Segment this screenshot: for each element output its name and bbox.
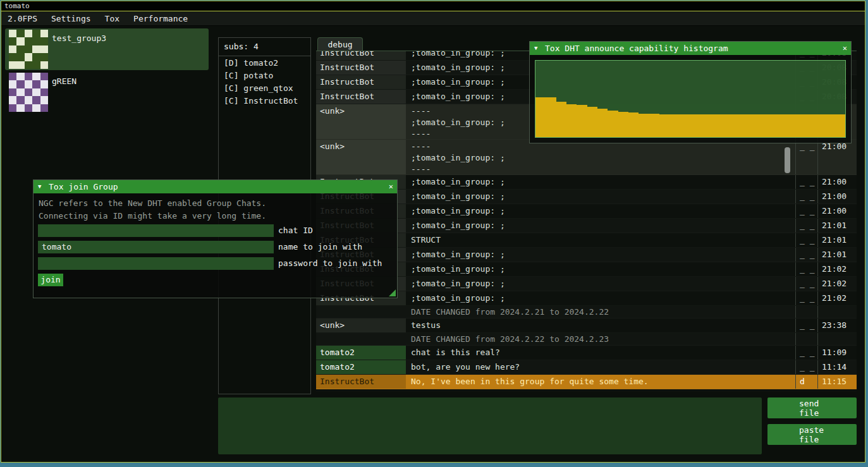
join-password-input[interactable] [38, 257, 274, 270]
message-text: ----;tomato_in_group: ;---- [406, 140, 795, 174]
join-window-titlebar[interactable]: ▼ Tox join Group ✕ [34, 180, 397, 193]
histogram-bar [649, 114, 659, 138]
message-time: 11:15 [817, 375, 857, 389]
chat-message-row: <unk>testus_ _23:38 [316, 318, 857, 333]
histogram-plot [535, 60, 846, 138]
message-flags: _ _ [795, 248, 817, 262]
message-time: 23:38 [817, 318, 857, 332]
message-time: 21:02 [817, 291, 857, 305]
histogram-bar [608, 111, 618, 137]
message-time: 21:01 [817, 248, 857, 262]
histogram-bar [762, 114, 773, 137]
message-sender: <unk> [316, 140, 406, 174]
message-input[interactable] [218, 397, 762, 454]
chat-message-row: <unk>----;tomato_in_group: ;----_ _21:00 [316, 140, 857, 175]
menu-item-settings[interactable]: Settings [51, 14, 91, 23]
chat-message-row: tomato2chat is this real?_ _11:09 [316, 346, 857, 360]
sidebar-item-test_group3[interactable]: test_group3 [5, 28, 209, 70]
member-item[interactable]: [C] potato [219, 69, 310, 82]
message-text: ;tomato_in_group: ; [406, 277, 795, 291]
member-item[interactable]: [D] tomato2 [219, 56, 310, 69]
menu-item-performance[interactable]: Performance [133, 14, 188, 23]
message-sender [316, 306, 406, 318]
histogram-window-body [530, 55, 851, 143]
group-avatar [9, 73, 48, 112]
message-sender: InstructBot [316, 375, 406, 389]
histogram-bar [546, 97, 556, 137]
message-flags [795, 306, 817, 318]
histogram-bar [731, 114, 742, 137]
message-text: DATE CHANGED from 2024.2.21 to 2024.2.22 [406, 306, 795, 318]
message-flags: _ _ [795, 262, 817, 276]
close-icon[interactable]: ✕ [843, 42, 847, 55]
join-info-line-1: NGC refers to the New DHT enabled Group … [39, 198, 266, 208]
resize-grip-icon[interactable] [389, 289, 396, 296]
histogram-bar [835, 114, 845, 137]
sidebar-item-green[interactable]: gREEN [5, 71, 209, 113]
message-sender: InstructBot [316, 61, 406, 75]
message-time: 21:00 [817, 175, 857, 189]
date-separator-row: DATE CHANGED from 2024.2.22 to 2024.2.23 [316, 333, 857, 346]
histogram-bar [577, 105, 587, 137]
menu-bar: 2.0FPS SettingsToxPerformance [1, 11, 865, 26]
close-icon[interactable]: ✕ [389, 180, 393, 193]
message-flags: _ _ [795, 204, 817, 218]
histogram-window-titlebar[interactable]: ▼ Tox DHT announce capability histogram … [530, 42, 851, 55]
histogram-bar [556, 102, 566, 137]
message-flags: _ _ [795, 346, 817, 360]
chat-id-label: chat ID [278, 224, 313, 237]
message-flags: _ _ [795, 291, 817, 305]
message-text: ;tomato_in_group: ; [406, 291, 795, 305]
join-button[interactable]: join [38, 274, 63, 286]
message-time: 21:02 [817, 277, 857, 291]
collapse-icon[interactable]: ▼ [38, 180, 41, 193]
message-sender: tomato2 [316, 360, 406, 374]
app-window: tomato 2.0FPS SettingsToxPerformance tes… [0, 0, 868, 467]
histogram-bar [700, 114, 711, 137]
message-time: 21:01 [817, 219, 857, 233]
histogram-bar [535, 97, 546, 137]
chat-id-input[interactable] [38, 224, 274, 237]
histogram-bar [752, 114, 762, 137]
send-file-button[interactable]: send file [767, 397, 857, 418]
message-time: 21:00 [817, 204, 857, 218]
app-frame: tomato 2.0FPS SettingsToxPerformance tes… [1, 1, 865, 463]
histogram-bar [639, 114, 649, 138]
message-time [817, 333, 857, 345]
join-info-line-2: Connecting via ID might take a very long… [39, 211, 266, 221]
histogram-bar [793, 114, 804, 137]
message-time: 21:02 [817, 262, 857, 276]
join-window-body: NGC refers to the New DHT enabled Group … [34, 193, 397, 298]
paste-file-button[interactable]: paste file [767, 424, 857, 445]
message-text: ;tomato_in_group: ; [406, 204, 795, 218]
message-time [817, 306, 857, 318]
chat-message-row: tomato2bot, are you new here?_ _11:14 [316, 360, 857, 375]
message-text: ;tomato_in_group: ; [406, 190, 795, 203]
message-text: No, I've been in this group for quite so… [406, 375, 795, 389]
menu-item-tox[interactable]: Tox [105, 14, 119, 23]
window-title: tomato [4, 2, 30, 10]
message-time: 11:14 [817, 360, 857, 374]
window-titlebar[interactable]: tomato [1, 1, 865, 11]
message-sender: InstructBot [316, 75, 406, 89]
histogram-bar [711, 114, 721, 137]
scrollbar-thumb[interactable] [785, 147, 790, 173]
message-time: 21:00 [817, 140, 857, 174]
message-sender [316, 333, 406, 345]
message-time: 21:01 [817, 233, 857, 247]
message-flags: _ _ [795, 360, 817, 374]
message-text: DATE CHANGED from 2024.2.22 to 2024.2.23 [406, 333, 795, 345]
join-group-window: ▼ Tox join Group ✕ NGC refers to the New… [33, 179, 398, 298]
message-flags [795, 333, 817, 345]
collapse-icon[interactable]: ▼ [534, 42, 537, 55]
member-item[interactable]: [C] InstructBot [219, 94, 310, 107]
histogram-bar [618, 112, 628, 137]
member-item[interactable]: [C] green_qtox [219, 82, 310, 94]
join-name-input[interactable]: tomato [38, 241, 274, 253]
histogram-bar [659, 114, 669, 137]
tab-debug[interactable]: debug [317, 37, 363, 51]
histogram-bar [804, 114, 814, 137]
message-flags: _ _ [795, 140, 817, 174]
fps-counter: 2.0FPS [8, 14, 37, 23]
message-sender: <unk> [316, 318, 406, 332]
